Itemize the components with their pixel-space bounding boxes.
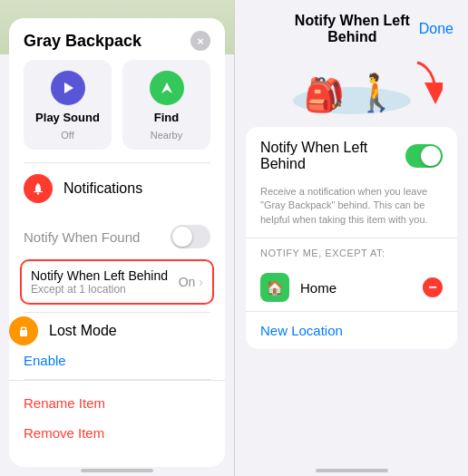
home-location-icon: 🏠 (260, 273, 289, 302)
notify-toggle-row: Notify When Left Behind (246, 127, 457, 185)
find-label: Find (154, 111, 179, 124)
lost-mode-section: Lost Mode (9, 313, 225, 349)
find-nearby-button[interactable]: Find Nearby (122, 60, 210, 150)
lost-mode-icon (9, 316, 38, 345)
notify-behind-right: On › (179, 275, 203, 289)
close-button[interactable]: × (190, 31, 210, 51)
play-sound-label: Play Sound (35, 111, 100, 124)
rename-item-button[interactable]: Rename Item (24, 388, 210, 418)
notify-behind-on-label: On (179, 275, 196, 289)
notify-when-left-behind-toggle[interactable] (405, 144, 443, 168)
new-location-button[interactable]: New Location (246, 312, 457, 349)
person-illustration: 🚶 (354, 72, 399, 114)
home-location-name: Home (300, 280, 412, 296)
right-panel: Notify When Left Behind Done 🎒 🚶 Notify … (234, 0, 468, 476)
notify-found-toggle[interactable] (171, 225, 210, 248)
find-nearby-icon (150, 71, 184, 105)
svg-rect-3 (20, 330, 27, 336)
red-arrow-icon (410, 59, 443, 108)
bag-illustration: 🎒 (304, 76, 345, 114)
right-card: Notify When Left Behind Receive a notifi… (246, 127, 457, 349)
notify-behind-main-label: Notify When Left Behind (31, 268, 168, 283)
lost-mode-label: Lost Mode (49, 323, 117, 339)
left-header: Gray Backpack × (9, 18, 225, 60)
remove-location-button[interactable]: − (423, 277, 443, 297)
svg-point-2 (37, 192, 39, 194)
svg-marker-0 (64, 83, 73, 93)
chevron-right-icon: › (199, 275, 203, 289)
home-location-row: 🏠 Home − (246, 264, 457, 312)
notify-description: Receive a notification when you leave "G… (246, 185, 457, 238)
play-sound-icon (51, 71, 85, 105)
notify-behind-text: Notify When Left Behind Except at 1 loca… (31, 268, 168, 296)
left-card: Gray Backpack × Play Sound Off F (9, 18, 225, 467)
item-title: Gray Backpack (24, 32, 141, 51)
play-sound-sublabel: Off (61, 130, 73, 141)
home-indicator-left (81, 469, 153, 472)
action-buttons-row: Play Sound Off Find Nearby (9, 60, 225, 162)
lost-enable-button[interactable]: Enable (9, 349, 225, 379)
notify-except-label: NOTIFY ME, EXCEPT AT: (246, 238, 457, 264)
remove-item-button[interactable]: Remove Item (24, 418, 210, 448)
notify-found-row: Notify When Found (9, 218, 225, 256)
notify-behind-row[interactable]: Notify When Left Behind Except at 1 loca… (20, 259, 214, 305)
notifications-section: Notifications (9, 163, 225, 214)
svg-marker-1 (161, 83, 172, 93)
notifications-icon (24, 174, 53, 203)
home-indicator-right (316, 469, 388, 472)
bottom-links: Rename Item Remove Item (9, 380, 225, 455)
right-panel-title: Notify When Left Behind (286, 13, 419, 45)
notifications-label: Notifications (63, 180, 142, 197)
notify-section: Notify When Found Notify When Left Behin… (9, 214, 225, 312)
illustration: 🎒 🚶 (235, 54, 468, 127)
notify-behind-sub-label: Except at 1 location (31, 283, 168, 296)
notify-found-label: Notify When Found (24, 229, 140, 245)
play-sound-button[interactable]: Play Sound Off (24, 60, 112, 150)
notify-toggle-label: Notify When Left Behind (260, 140, 405, 172)
right-header: Notify When Left Behind Done (235, 0, 468, 54)
done-button[interactable]: Done (419, 21, 453, 37)
find-sublabel: Nearby (151, 130, 182, 141)
left-panel: Gray Backpack × Play Sound Off F (0, 0, 234, 476)
